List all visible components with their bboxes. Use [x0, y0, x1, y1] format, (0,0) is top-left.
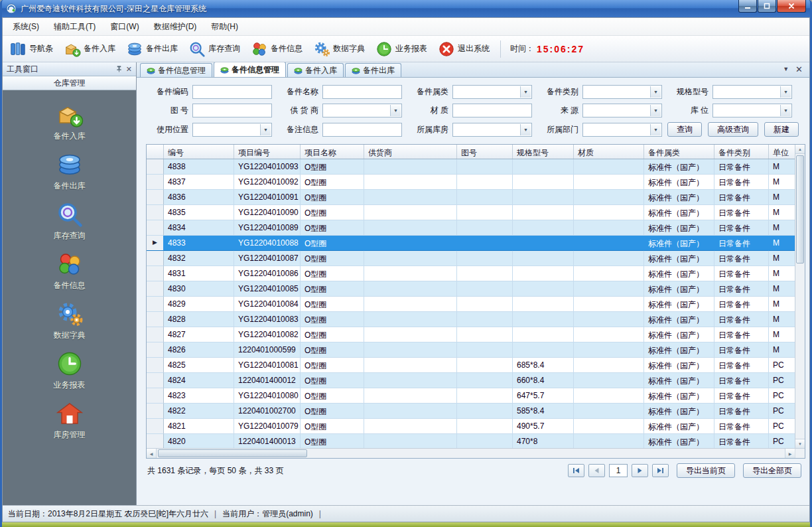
- vertical-scrollbar[interactable]: ▲ ▼: [795, 145, 805, 448]
- vertical-scroll-track[interactable]: [795, 154, 805, 439]
- tab-4[interactable]: 备件出库: [345, 63, 401, 77]
- time-label: 时间：: [510, 43, 534, 54]
- horizontal-scroll-track[interactable]: [157, 449, 785, 458]
- table-row[interactable]: 4832YG12204010087O型圈标准件（国产）日常备件M: [147, 251, 795, 266]
- table-cell: O型圈: [301, 190, 364, 205]
- search-select-r3c1[interactable]: ▼: [192, 123, 272, 137]
- table-row[interactable]: 4837YG12204010092O型圈标准件（国产）日常备件M: [147, 175, 795, 190]
- sidebar-item-data-dictionary[interactable]: 数据字典: [3, 300, 136, 341]
- table-row[interactable]: 4821YG12204010079O型圈490*5.7标准件（国产）日常备件PC: [147, 419, 795, 434]
- tab-2[interactable]: 备件信息管理: [214, 62, 286, 77]
- tab-close-icon[interactable]: ✕: [795, 65, 803, 74]
- toolbar-button-data-dictionary[interactable]: 数据字典: [313, 40, 365, 58]
- search-select-r2c4[interactable]: ▼: [582, 104, 662, 117]
- table-row[interactable]: 4831YG12204010086O型圈标准件（国产）日常备件M: [147, 266, 795, 281]
- horizontal-scroll-thumb[interactable]: [158, 449, 307, 457]
- toolbar-button-exit-system[interactable]: 退出系统: [438, 40, 490, 58]
- export-current-page-button[interactable]: 导出当前页: [677, 463, 735, 478]
- table-row[interactable]: 4828YG12204010083O型圈标准件（国产）日常备件M: [147, 312, 795, 327]
- vertical-scroll-thumb[interactable]: [796, 155, 804, 264]
- column-header-7[interactable]: 材质: [574, 145, 644, 159]
- menu-item-4[interactable]: 数据维护(D): [147, 18, 204, 36]
- table-row[interactable]: 48221220401002700O型圈585*8.4标准件（国产）日常备件PC: [147, 404, 795, 419]
- search-input-r2c3[interactable]: [452, 104, 532, 117]
- scroll-right-icon[interactable]: ▶: [785, 449, 795, 458]
- tab-1[interactable]: 备件信息管理: [140, 63, 212, 77]
- search-input-r2c1[interactable]: [192, 104, 272, 117]
- table-cell: [574, 419, 644, 434]
- sidebar-item-stock-search[interactable]: 库存查询: [3, 200, 136, 242]
- scroll-down-icon[interactable]: ▼: [795, 439, 805, 448]
- column-header-3[interactable]: 项目名称: [301, 145, 364, 159]
- toolbar-button-parts-info[interactable]: 备件信息: [251, 40, 303, 58]
- query-button[interactable]: 查询: [667, 122, 702, 137]
- table-row[interactable]: 48261220401000599O型圈标准件（国产）日常备件M: [147, 342, 795, 358]
- table-row-selected[interactable]: ▶4833YG12204010088O型圈标准件（国产）日常备件M: [147, 236, 795, 251]
- tab-list-dropdown-icon[interactable]: ▼: [783, 66, 789, 72]
- toolbar-button-stock-search[interactable]: 库存查询: [188, 40, 240, 58]
- column-header-8[interactable]: 备件属类: [644, 145, 714, 159]
- next-page-button[interactable]: [632, 464, 648, 477]
- table-row[interactable]: 48201220401400013O型圈470*8标准件（国产）日常备件PC: [147, 434, 795, 448]
- search-select-r1c3[interactable]: ▼: [452, 85, 532, 99]
- menu-item-3[interactable]: 窗口(W): [103, 18, 146, 36]
- pin-icon[interactable]: [115, 65, 123, 74]
- scroll-left-icon[interactable]: ◀: [147, 449, 157, 458]
- table-row[interactable]: 4836YG12204010091O型圈标准件（国产）日常备件M: [147, 190, 795, 205]
- toolbar-button-parts-outbound[interactable]: 备件出库: [126, 40, 178, 58]
- search-input-r1c2[interactable]: [322, 85, 402, 99]
- table-row[interactable]: 4823YG12204010080O型圈647*5.7标准件（国产）日常备件PC: [147, 388, 795, 404]
- table-row[interactable]: 4838YG12204010093O型圈标准件（国产）日常备件M: [147, 159, 795, 175]
- search-select-r1c5[interactable]: ▼: [712, 85, 792, 99]
- export-all-pages-button[interactable]: 导出全部页: [743, 463, 801, 478]
- scroll-up-icon[interactable]: ▲: [795, 145, 805, 154]
- table-cell: 470*8: [513, 434, 574, 448]
- sidebar-item-warehouse-manage[interactable]: 库房管理: [3, 400, 136, 441]
- column-header-6[interactable]: 规格型号: [513, 145, 574, 159]
- minimize-button[interactable]: [738, 0, 757, 13]
- menu-item-2[interactable]: 辅助工具(T): [46, 18, 103, 36]
- toolbar-button-label: 数据字典: [333, 43, 365, 54]
- table-row[interactable]: 4827YG12204010082O型圈标准件（国产）日常备件M: [147, 327, 795, 342]
- menu-item-5[interactable]: 帮助(H): [204, 18, 245, 36]
- menu-item-1[interactable]: 系统(S): [5, 18, 46, 36]
- first-page-button[interactable]: [568, 464, 584, 477]
- toolbar-button-navbar[interactable]: 导航条: [9, 40, 53, 58]
- search-select-r2c2[interactable]: ▼: [322, 104, 402, 117]
- maximize-button[interactable]: [758, 0, 776, 13]
- new-button[interactable]: 新建: [764, 122, 799, 137]
- table-row[interactable]: 4829YG12204010084O型圈标准件（国产）日常备件M: [147, 297, 795, 312]
- search-input-r1c1[interactable]: [192, 85, 272, 99]
- table-row[interactable]: 48241220401400012O型圈660*8.4标准件（国产）日常备件PC: [147, 373, 795, 388]
- search-input-r3c2[interactable]: [322, 123, 402, 137]
- search-select-r1c4[interactable]: ▼: [582, 85, 662, 99]
- panel-close-icon[interactable]: ✕: [126, 66, 132, 73]
- table-row[interactable]: 4825YG12204010081O型圈685*8.4标准件（国产）日常备件PC: [147, 358, 795, 373]
- tab-3[interactable]: 备件入库: [287, 63, 344, 77]
- column-header-2[interactable]: 项目编号: [234, 145, 301, 159]
- sidebar-item-parts-info[interactable]: 备件信息: [3, 250, 136, 291]
- table-row[interactable]: 4835YG12204010090O型圈标准件（国产）日常备件M: [147, 205, 795, 220]
- search-select-r2c5[interactable]: ▼: [712, 104, 792, 117]
- column-header-10[interactable]: 单位: [769, 145, 795, 159]
- last-page-button[interactable]: [652, 464, 669, 477]
- column-header-9[interactable]: 备件类别: [714, 145, 769, 159]
- table-row[interactable]: 4830YG12204010085O型圈标准件（国产）日常备件M: [147, 281, 795, 297]
- toolbar-button-parts-inbound[interactable]: 备件入库: [64, 40, 115, 58]
- advanced-query-button[interactable]: 高级查询: [708, 122, 758, 137]
- column-header-1[interactable]: 编号: [164, 145, 234, 159]
- page-number-input[interactable]: 1: [609, 464, 628, 477]
- sidebar-item-parts-outbound[interactable]: 备件出库: [3, 151, 136, 192]
- search-select-r3c3[interactable]: ▼: [452, 123, 532, 137]
- horizontal-scrollbar[interactable]: ◀ ▶: [147, 449, 795, 458]
- table-row[interactable]: 4834YG12204010089O型圈标准件（国产）日常备件M: [147, 220, 795, 236]
- column-header-5[interactable]: 图号: [457, 145, 513, 159]
- search-select-r3c4[interactable]: ▼: [582, 123, 662, 137]
- sidebar-item-business-report[interactable]: 业务报表: [3, 350, 136, 391]
- sidebar-item-parts-inbound[interactable]: 备件入库: [3, 101, 136, 142]
- table-cell: PC: [769, 373, 795, 388]
- prev-page-button[interactable]: [588, 464, 605, 477]
- close-button[interactable]: [777, 0, 806, 13]
- column-header-4[interactable]: 供货商: [364, 145, 457, 159]
- toolbar-button-business-report[interactable]: 业务报表: [375, 40, 427, 58]
